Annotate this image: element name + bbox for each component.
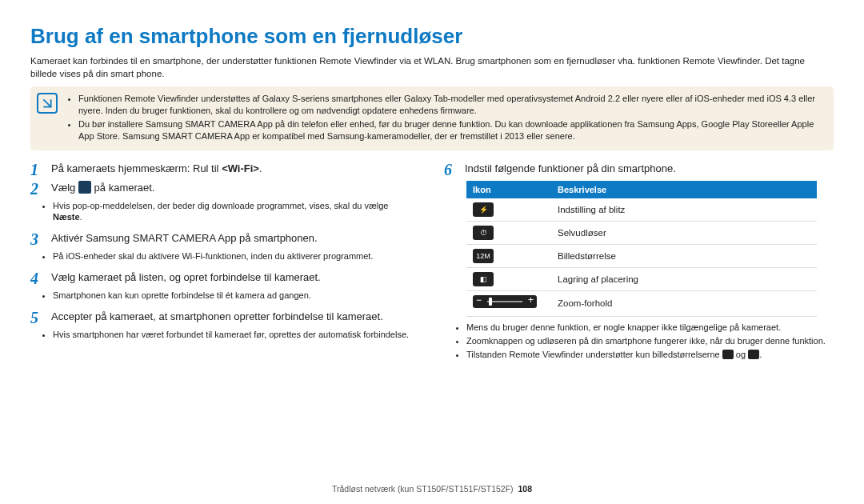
remote-viewfinder-icon bbox=[78, 181, 91, 194]
note-icon bbox=[37, 93, 58, 114]
left-column: 1 På kameraets hjemmeskærm: Rul til <Wi-… bbox=[30, 162, 420, 369]
step-2-sub: Hvis pop-op-meddelelsen, der beder dig d… bbox=[42, 200, 420, 224]
timer-icon: ⏱ bbox=[473, 226, 494, 240]
size-icon: 12M bbox=[473, 249, 494, 263]
step-text: Aktivér Samsung SMART CAMERA App på smar… bbox=[51, 231, 420, 247]
note-list: Funktionen Remote Viewfinder understøtte… bbox=[66, 93, 826, 143]
step-5-sub: Hvis smartphonen har været forbundet til… bbox=[42, 329, 420, 341]
intro-text: Kameraet kan forbindes til en smartphone… bbox=[30, 55, 834, 80]
footer-section: Trådløst netværk (kun ST150F/ST151F/ST15… bbox=[332, 484, 514, 494]
footer-page-number: 108 bbox=[518, 484, 532, 494]
step-4: 4 Vælg kameraet på listen, og opret forb… bbox=[30, 270, 420, 286]
post-note-item: Mens du bruger denne funktion, er nogle … bbox=[466, 322, 834, 334]
sub-bullet: På iOS-enheder skal du aktivere Wi-Fi-fu… bbox=[53, 250, 420, 262]
page-footer: Trådløst netværk (kun ST150F/ST151F/ST15… bbox=[0, 483, 864, 494]
table-row: Zoom-forhold bbox=[466, 291, 817, 317]
post-note-item: Tilstanden Remote Viewfinder understøtte… bbox=[466, 349, 834, 361]
step-number: 5 bbox=[30, 310, 45, 326]
step-1: 1 På kameraets hjemmeskærm: Rul til <Wi-… bbox=[30, 162, 420, 178]
note-box: Funktionen Remote Viewfinder understøtte… bbox=[30, 86, 834, 150]
step-text: Accepter på kameraet, at smartphonen opr… bbox=[51, 310, 420, 326]
right-column: 6 Indstil følgende funktioner på din sma… bbox=[444, 162, 834, 369]
zoom-bar-icon bbox=[473, 295, 537, 308]
step-text: Vælg kameraet på listen, og opret forbin… bbox=[51, 270, 420, 286]
step-text: Indstil følgende funktioner på din smart… bbox=[465, 162, 834, 178]
step-number: 3 bbox=[30, 231, 45, 247]
step-2: 2 Vælg på kameraet. bbox=[30, 181, 420, 197]
table-cell-desc: Zoom-forhold bbox=[551, 291, 817, 317]
flash-icon: ⚡ bbox=[473, 202, 494, 217]
sub-bullet: Hvis pop-op-meddelelsen, der beder dig d… bbox=[53, 200, 420, 224]
table-row: ⏱ Selvudløser bbox=[466, 222, 817, 245]
note-item: Du bør installere Samsung SMART CAMERA A… bbox=[78, 118, 826, 142]
post-notes: Mens du bruger denne funktion, er nogle … bbox=[444, 322, 834, 361]
page-title: Brug af en smartphone som en fjernudløse… bbox=[30, 22, 834, 50]
table-cell-desc: Selvudløser bbox=[551, 222, 817, 245]
table-row: ⚡ Indstilling af blitz bbox=[466, 198, 817, 222]
settings-table: Ikon Beskrivelse ⚡ Indstilling af blitz … bbox=[466, 181, 817, 317]
size-icon-small-2 bbox=[748, 350, 759, 359]
table-cell-desc: Indstilling af blitz bbox=[551, 198, 817, 222]
table-cell-desc: Lagring af placering bbox=[551, 268, 817, 291]
location-icon: ◧ bbox=[473, 272, 494, 286]
note-item: Funktionen Remote Viewfinder understøtte… bbox=[78, 93, 826, 117]
post-note-item: Zoomknappen og udløseren på din smartpho… bbox=[466, 335, 834, 347]
table-header-icon: Ikon bbox=[466, 181, 551, 199]
size-icon-small-1 bbox=[722, 350, 734, 359]
step-number: 1 bbox=[30, 162, 45, 178]
step-number: 6 bbox=[444, 162, 458, 178]
sub-bullet: Hvis smartphonen har været forbundet til… bbox=[53, 329, 420, 341]
step-text: Vælg på kameraet. bbox=[51, 181, 420, 197]
sub-bullet: Smartphonen kan kun oprette forbindelse … bbox=[53, 290, 420, 302]
step-5: 5 Accepter på kameraet, at smartphonen o… bbox=[30, 310, 420, 326]
step-4-sub: Smartphonen kan kun oprette forbindelse … bbox=[42, 290, 420, 302]
step-3-sub: På iOS-enheder skal du aktivere Wi-Fi-fu… bbox=[42, 250, 420, 262]
table-row: ◧ Lagring af placering bbox=[466, 268, 817, 291]
step-number: 2 bbox=[30, 181, 45, 197]
step-text: På kameraets hjemmeskærm: Rul til <Wi-Fi… bbox=[51, 162, 420, 178]
table-cell-desc: Billedstørrelse bbox=[551, 245, 817, 268]
table-header-desc: Beskrivelse bbox=[551, 181, 817, 199]
table-row: 12M Billedstørrelse bbox=[466, 245, 817, 268]
step-6: 6 Indstil følgende funktioner på din sma… bbox=[444, 162, 834, 178]
step-3: 3 Aktivér Samsung SMART CAMERA App på sm… bbox=[30, 231, 420, 247]
step-number: 4 bbox=[30, 270, 45, 286]
